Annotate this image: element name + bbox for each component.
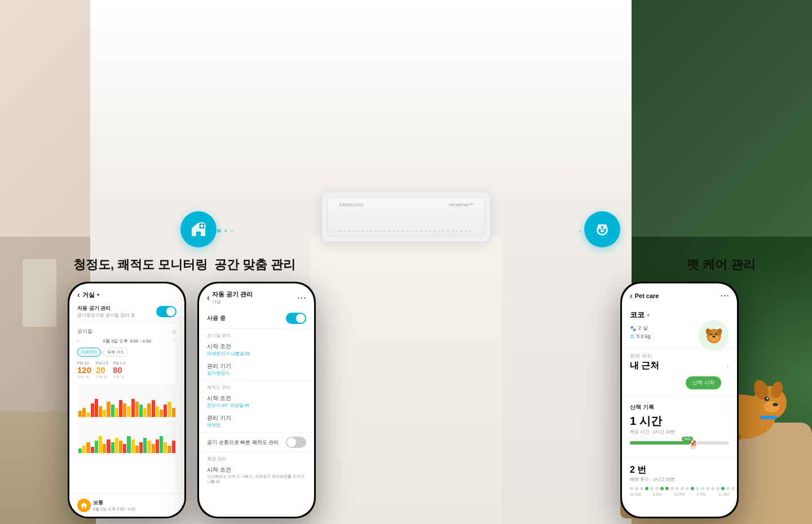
section2-center: 쾌적도 관리 <box>199 382 314 392</box>
item1-label: 시작 조건 <box>207 343 306 350</box>
svg-point-27 <box>712 335 715 338</box>
nav-sub-center: 거실 <box>212 299 253 305</box>
pm10-label: PM 10 <box>77 361 91 365</box>
dot5 <box>585 229 588 232</box>
timeline-dot <box>691 487 694 490</box>
pet-name: 코코 ▾ <box>630 310 650 320</box>
nav-center: ‹ 자동 공기 관리 거실 <box>207 290 253 305</box>
active-row: 사용 중 <box>199 309 314 327</box>
dot4 <box>591 229 595 233</box>
timeline-dot <box>650 487 654 490</box>
more-icon-center[interactable]: ⋯ <box>297 292 306 303</box>
phone-right-screen: ‹ Pet care ⋯ <box>622 283 737 517</box>
walk-arrow[interactable]: › <box>727 403 729 411</box>
svg-point-4 <box>764 401 779 412</box>
ac-unit-inner: SAMSUNG WindFree™ <box>327 197 485 237</box>
walk-sub: 목표 시간 : 2시간 20분 <box>622 429 737 437</box>
item1-center: 시작 조건 미세먼지가 나쁨일 때 <box>199 340 314 359</box>
walk-record-row: 산책 기록 › <box>622 399 737 414</box>
right-arrow-left[interactable]: › <box>175 339 176 344</box>
timeline-dot <box>635 487 638 490</box>
divider-right2 <box>622 396 737 397</box>
svg-point-24 <box>711 333 712 334</box>
location-label: 현재 위치 <box>622 350 737 360</box>
pet-avatar <box>698 320 729 351</box>
item5-center: 시작 조건 이산화탄소 수치가 나쁘고, 외부공기 유지희망률 수치가 나쁠 때 <box>199 463 314 487</box>
timeline-dot <box>681 487 684 490</box>
auto-toggle-left[interactable] <box>156 306 176 317</box>
timeline-dot <box>726 487 730 490</box>
pm-row: PM 10 120 이하 20 PM 2.5 20 이하 15 PM 1.0 8… <box>69 359 184 382</box>
timeline-dot <box>676 487 679 490</box>
back-arrow-center[interactable]: ‹ <box>207 293 210 302</box>
ac-brand: SAMSUNG <box>339 202 364 207</box>
ac-model: WindFree™ <box>449 202 473 207</box>
dropdown-icon-left[interactable]: ▾ <box>97 292 99 297</box>
nav-title-center: 자동 공기 관리 <box>212 290 253 299</box>
pet-age: 2 살 <box>638 325 648 332</box>
time-label-0: 12 AM <box>630 492 641 496</box>
tag-dust[interactable]: 미세먼지 <box>77 348 101 357</box>
count-sub: 배변 횟수 : 2시간 20분 <box>622 476 737 485</box>
iot-icon-left[interactable] <box>180 211 217 247</box>
location-arrow[interactable]: › <box>726 362 729 371</box>
divider-center4 <box>199 452 314 452</box>
svg-point-12 <box>201 225 204 228</box>
age-icon: 🐾 <box>630 326 636 331</box>
timeline-dot <box>670 487 674 490</box>
location-val: 내 근처 <box>630 360 659 372</box>
clock-icon-left: ○ <box>172 327 176 336</box>
timeline-dot <box>721 487 725 490</box>
time-label-4: 12 AM <box>718 492 729 496</box>
pm25-sub: 이하 15 <box>96 375 108 380</box>
item1-val: 미세먼지가 나쁨일 때 <box>207 350 306 357</box>
time-label-2: 12 PM <box>674 492 685 496</box>
dog-progress-icon: 🐕 <box>689 440 698 449</box>
section1-center: 공기질 관리 <box>199 330 314 340</box>
screen-header-center: ‹ 자동 공기 관리 거실 ⋯ <box>199 283 314 309</box>
chart1-bars <box>77 384 176 418</box>
bottom-time: 9월 3일 오후 3:00 - 4:00 <box>93 507 135 512</box>
ac-unit: SAMSUNG WindFree™ <box>321 192 491 242</box>
dot3 <box>231 230 233 232</box>
timeline-dot <box>716 487 720 490</box>
pet-dropdown[interactable]: ▾ <box>647 312 650 318</box>
back-arrow-left[interactable]: ‹ <box>77 290 80 299</box>
pm10b-label: PM 1.0 <box>113 361 125 365</box>
item2-center: 관리 기기 공기청정기 <box>199 359 314 379</box>
timeline-dot <box>630 487 633 490</box>
section-title-left: 청정도, 쾌적도 모니터링 <box>73 256 208 273</box>
pm10b-block: PM 1.0 80 이하 10 <box>113 361 125 380</box>
back-arrow-right[interactable]: ‹ <box>630 291 633 300</box>
time-label-3: 6 PM <box>697 492 706 496</box>
bottom-text-left: 보통 9월 3일 오후 3:00 - 4:00 <box>93 499 135 512</box>
chart2-left <box>77 420 176 454</box>
weight-icon: ⚖ <box>630 334 634 339</box>
item2-val: 공기청정기 <box>207 370 306 376</box>
home-icon-bottom[interactable] <box>77 499 91 512</box>
tag-gas[interactable]: 유해 가스 <box>103 348 128 357</box>
timeline <box>622 485 737 492</box>
pm25-val: 20 <box>96 365 108 375</box>
walk-start-btn[interactable]: 산책 시작 <box>686 376 721 389</box>
pm10b-sub: 이하 10 <box>113 375 125 380</box>
timeline-dot <box>686 487 689 490</box>
pm10-sub: 이하 20 <box>77 375 91 380</box>
pm10-val: 120 <box>77 365 91 375</box>
screen-header-right: ‹ Pet care ⋯ <box>622 283 737 305</box>
more-icon-right[interactable]: ⋯ <box>720 290 729 301</box>
divider-right3 <box>622 457 737 458</box>
left-arrow-left[interactable]: ‹ <box>77 339 79 344</box>
pm10-block: PM 10 120 이하 20 <box>77 361 91 380</box>
pm10b-val: 80 <box>113 365 125 375</box>
active-toggle[interactable] <box>286 313 306 324</box>
dot-line-left <box>217 229 233 233</box>
toggle-label: 공기 순환으로 빠른 쾌적도 관리 <box>207 439 279 446</box>
timeline-dots <box>630 487 737 490</box>
svg-point-7 <box>773 403 778 406</box>
time-labels: 12 AM 6 AM 12 PM 6 PM 12 AM <box>622 492 737 496</box>
comfort-toggle[interactable] <box>286 437 306 448</box>
progress-bar <box>630 441 690 445</box>
pet-dog-icon <box>700 322 728 350</box>
timeline-dot <box>640 487 643 490</box>
